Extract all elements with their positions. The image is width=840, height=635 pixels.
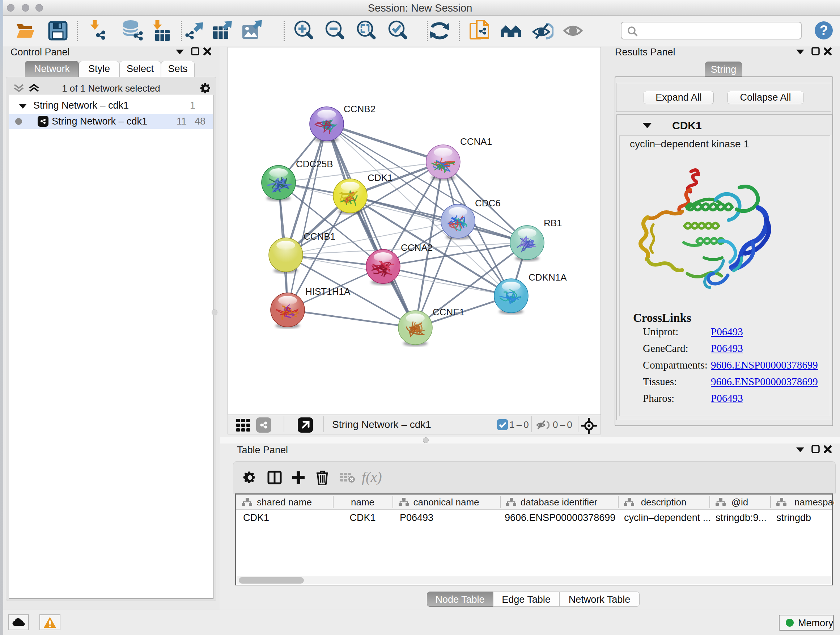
svg-text:CCNA1: CCNA1	[460, 136, 492, 147]
svg-text:CCNB2: CCNB2	[344, 103, 376, 114]
svg-text:CDC6: CDC6	[475, 198, 501, 209]
svg-text:CDK1: CDK1	[368, 172, 393, 183]
svg-text:HIST1H1A: HIST1H1A	[305, 286, 351, 297]
svg-text:CCNE1: CCNE1	[433, 307, 464, 318]
svg-text:RB1: RB1	[544, 218, 562, 228]
svg-text:CCNA2: CCNA2	[401, 242, 433, 253]
svg-text:CDC25B: CDC25B	[296, 158, 333, 169]
svg-text:CCNB1: CCNB1	[303, 231, 335, 242]
svg-text:CDKN1A: CDKN1A	[529, 272, 567, 283]
